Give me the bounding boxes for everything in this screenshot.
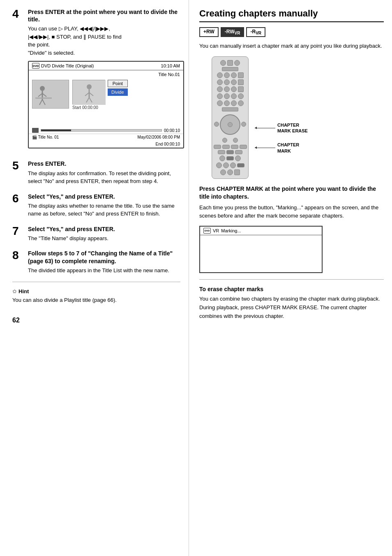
remote-btn-33 [216,162,222,168]
step-7-title: Select "Yes," and press ENTER. [28,225,180,233]
remote-btn-37 [227,169,233,175]
step-7-content: Select "Yes," and press ENTER. The "Titl… [28,225,180,243]
remote-chapter-mark [237,163,244,167]
left-thumb-area [32,80,69,125]
step-8: 8 Follow steps 5 to 7 of "Changing the N… [12,250,180,274]
remote-rect-wide [222,107,238,111]
step-8-number: 8 [12,250,25,261]
remote-btn-20 [217,100,223,106]
step-8-body: The divided title appears in the Title L… [28,266,180,275]
end-time-row: End 00:00:10 [29,141,183,148]
remote-btn-4 [217,72,223,78]
screen-right-top: Start 00:00:00 Point Divide [72,80,180,110]
remote-btn-6 [231,72,237,78]
point-divide-btns: Point Divide [108,80,128,96]
nav-bottom-row [222,138,238,143]
remote-row-8 [218,150,242,154]
remote-btn-28 [218,150,225,154]
svg-rect-0 [33,81,68,108]
step-5-number: 5 [12,160,25,171]
dvd-icon-2: DVD [203,228,211,234]
remote-btn-5 [224,72,230,78]
arrow-head-1 [255,127,257,129]
remote-btn-30 [235,150,242,154]
remote-row-1 [220,60,240,66]
remote-btn-16 [217,93,223,99]
step-8-title: Follow steps 5 to 7 of "Changing the Nam… [28,250,180,264]
remote-btn-38 [234,169,240,175]
remote-btn-22 [231,100,237,106]
chapter-mark-erase-label-row: CHAPTERMARK ERASE [255,122,308,134]
remote-btn-34 [223,162,229,168]
svg-rect-7 [35,97,52,99]
step-5-title: Press ENTER. [28,160,180,167]
step-5: 5 Press ENTER. The display asks for conf… [12,160,180,185]
remote-row-5 [217,93,244,99]
marking-header: DVD VR Marking... [200,227,322,235]
remote-control [212,56,249,179]
step-6-number: 6 [12,193,25,204]
timeline-area: 00:00:10 [29,127,183,134]
remote-row-9 [219,155,241,161]
chapter-mark-erase-label: CHAPTERMARK ERASE [277,122,308,134]
nav-side-1 [222,138,227,143]
marking-body [200,235,322,272]
chapter-mark-label: CHAPTERMARK [277,142,299,154]
remote-btn-32 [235,155,241,161]
page-number: 62 [12,317,180,324]
remote-btn-8 [217,79,223,85]
chapter-mark-title: Press CHAPTER MARK at the point where yo… [199,185,384,201]
remote-row-10 [216,162,244,168]
screen-right: Start 00:00:00 Point Divide [72,80,180,125]
step-4-number: 4 [12,8,25,20]
remote-row-6 [217,100,244,106]
footer-title: 🎬 Title No. 01 [32,135,59,139]
section-title: Creating chapters manually [199,8,384,22]
divide-screen: DVD DVD Divide Title (Original) 10:10 AM… [28,61,184,148]
remote-btn-14 [231,86,237,92]
remote-row-wide [222,107,238,111]
remote-btn-13 [224,86,230,92]
remote-chapter-mark-erase [226,156,234,160]
remote-btn-24 [214,145,221,149]
screen-header-title: DVD Divide Title (Original) [41,63,94,68]
arrow-line-1 [255,128,275,128]
nav-right-btn [241,122,246,127]
right-thumb-area: Start 00:00:00 [72,80,105,110]
remote-btn-11 [238,79,244,85]
hint-label: Hint [18,288,29,294]
nav-left-btn [214,122,219,127]
hint-icon: ✩ [12,288,17,294]
marking-screen: DVD VR Marking... [199,226,323,273]
step-4-body: You can use ▷ PLAY, ◀◀◀|/|▶▶▶, |◀◀/▶▶|, … [28,25,184,57]
step-5-content: Press ENTER. The display asks for confir… [28,160,180,185]
arrow-head-2 [255,146,257,149]
timeline-progress [41,130,71,131]
remote-rect-1 [222,67,238,71]
remote-btn-3 [234,60,240,66]
chapter-mark-body: Each time you press the button, "Marking… [199,204,384,220]
remote-btn-25 [222,145,230,149]
point-btn[interactable]: Point [108,80,128,87]
title-no-label: Title No.01 [29,70,183,78]
step-8-content: Follow steps 5 to 7 of "Changing the Nam… [28,250,180,274]
remote-btn-27 [240,145,247,149]
step-5-body: The display asks for confirmation. To re… [28,169,180,185]
step-4: 4 Press ENTER at the point where you wan… [12,8,180,153]
step-4-content: Press ENTER at the point where you want … [28,8,184,153]
remote-btn-7 [238,72,244,78]
divide-btn[interactable]: Divide [108,88,128,96]
end-time: End 00:00:10 [156,142,180,146]
remote-container: CHAPTERMARK ERASE CHAPTERMARK [212,56,384,179]
screen-header-time: 10:10 AM [161,63,180,68]
right-divider [199,279,384,280]
screen-body: Start 00:00:00 Point Divide [29,78,183,127]
erase-title: To erase chapter marks [199,286,384,292]
remote-btn-36 [220,169,226,175]
remote-btn-26 [231,145,238,149]
marking-label: Marking... [221,228,241,233]
screen-footer: 🎬 Title No. 01 May/02/2006 08:00 PM [29,134,183,141]
section-intro: You can manually insert a chapter mark a… [199,42,384,50]
step-4-title: Press ENTER at the point where you want … [28,8,184,23]
format-badges: +RW -RWVR -RVR [199,27,384,37]
